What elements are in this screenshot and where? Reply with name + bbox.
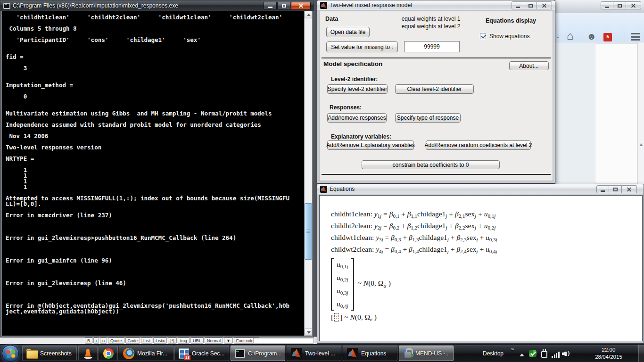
- clock-time: 22:00: [602, 346, 616, 354]
- specify-response-type-button[interactable]: Specify type of response: [395, 113, 461, 123]
- volume-icon[interactable]: [562, 350, 570, 357]
- download-icon[interactable]: ↓: [556, 32, 560, 40]
- taskbar-clock[interactable]: 22:00 28/04/2015: [584, 345, 634, 362]
- home-icon[interactable]: ⌂: [567, 29, 574, 42]
- add-remove-explanatory-button[interactable]: Add/Remove Explanatory variables: [327, 140, 414, 150]
- safely-remove-hardware-icon[interactable]: [541, 351, 547, 358]
- desktop: ↓ ⌂ ☻ * BiuQuoteCodeListList=[*]ImgURLNo…: [0, 0, 644, 362]
- hamburger-menu-icon[interactable]: [631, 33, 640, 41]
- close-button[interactable]: [626, 1, 641, 9]
- editor-button-url[interactable]: URL: [190, 337, 204, 344]
- taskbar-button-mend-us[interactable]: MEND-US -...: [399, 346, 454, 361]
- console-output: 'childht1clean' 'childht2clean' 'childwt…: [2, 11, 304, 336]
- sync-tray-icon[interactable]: [529, 350, 537, 357]
- clear-level2-button[interactable]: Clear level-2 identifier: [395, 84, 474, 94]
- editor-button-img[interactable]: Img: [178, 337, 190, 344]
- forum-editor-strip: BiuQuoteCodeListList=[*]ImgURLNormal▼Fon…: [0, 337, 317, 344]
- console-window: C:\Program Files (x86)\Realcom\Imputatio…: [0, 0, 314, 337]
- firefox-titlebar: [555, 0, 644, 13]
- equation-line: childht1clean: y1j = β0,1 + β1,1childage…: [331, 208, 497, 220]
- constrain-beta-button[interactable]: constrain beta coefficients to 0: [362, 160, 500, 169]
- toolbar-separator: [625, 31, 625, 43]
- editor-button--[interactable]: ▼: [224, 337, 233, 344]
- notification-badge: 13: [184, 355, 190, 360]
- scroll-down-button[interactable]: [305, 328, 312, 336]
- console-title: C:\Program Files (x86)\Realcom\Imputatio…: [13, 2, 261, 9]
- toolbar-chevron-icon[interactable]: »: [511, 346, 514, 352]
- taskbar-button-vlc[interactable]: [78, 346, 98, 361]
- dialog-body: Data equal weights at level 1 equal weig…: [319, 11, 553, 181]
- firefox-toolbar: ↓ ⌂ ☻ *: [555, 13, 644, 42]
- editor-button-i[interactable]: i: [93, 337, 99, 344]
- editor-button-code[interactable]: Code: [125, 337, 140, 344]
- model-specification-heading: Model specification: [323, 60, 382, 67]
- editor-text-field[interactable]: [253, 338, 314, 344]
- specify-level2-button[interactable]: Specify level-2 identifier: [327, 84, 388, 94]
- add-remove-responses-button[interactable]: Add/remove responses: [327, 113, 387, 123]
- editor-button-u[interactable]: u: [100, 337, 107, 344]
- oracle-grid-icon: 13: [179, 348, 189, 359]
- show-equations-checkbox[interactable]: [480, 33, 486, 39]
- editor-button-normal[interactable]: Normal: [205, 337, 223, 344]
- show-desktop-button[interactable]: [638, 345, 644, 362]
- section-divider: [322, 174, 551, 175]
- equations-window-controls: [596, 185, 637, 193]
- open-data-file-button[interactable]: Open data file: [326, 27, 370, 37]
- start-button[interactable]: [2, 345, 19, 362]
- taskbar-button-two-level[interactable]: Two-level ...: [287, 346, 341, 361]
- minimize-button[interactable]: [601, 1, 613, 9]
- chat-smiley-icon[interactable]: ☻: [586, 31, 596, 42]
- taskbar-button-firefox[interactable]: Mozilla Fir...: [119, 346, 173, 361]
- equations-content: childht1clean: y1j = β0,1 + β1,1childage…: [331, 208, 497, 324]
- residual-distribution: [:] ~ N(0, Ωe ): [331, 311, 497, 324]
- equation-line: childht2clean: y2j = β0,2 + β1,2childage…: [331, 220, 497, 231]
- restore-button[interactable]: [613, 1, 626, 9]
- taskbar-button-console[interactable]: C:\Program...: [231, 346, 285, 361]
- model-dialog-window: Two-level mixed response model Data equa…: [317, 0, 555, 183]
- taskbar-button-chrome[interactable]: [99, 346, 118, 361]
- editor-button-list-[interactable]: List=: [153, 337, 167, 344]
- taskbar-button-equations[interactable]: Equations: [343, 346, 397, 361]
- missing-value-input[interactable]: [404, 41, 460, 52]
- minimize-button[interactable]: [512, 1, 524, 9]
- page-scrollbar[interactable]: [637, 42, 644, 184]
- editor-button-b[interactable]: B: [85, 337, 92, 344]
- scroll-up-button[interactable]: [305, 11, 312, 18]
- firefox-window-controls: [601, 1, 641, 9]
- equations-window: Equations childht1clean: y1j = β0,1 + β1…: [317, 184, 644, 343]
- lastpass-icon[interactable]: *: [603, 33, 612, 41]
- restore-button[interactable]: [609, 185, 622, 193]
- chrome-icon: [103, 348, 114, 359]
- set-missing-value-button[interactable]: Set value for missing to :: [326, 41, 398, 52]
- taskbar-button-oracle[interactable]: 13 Oracle Sec...: [174, 346, 229, 361]
- scrollbar-thumb[interactable]: [305, 203, 312, 260]
- maximize-button[interactable]: [277, 2, 290, 10]
- windows-logo-icon: [7, 350, 16, 358]
- add-remove-random-coefficients-button[interactable]: Add/Remove random coefficients at level …: [426, 140, 531, 150]
- scroll-up-icon[interactable]: [639, 143, 643, 146]
- equation-line: childwt2clean: y4j = β0,4 + β1,4childage…: [331, 243, 497, 255]
- equations-titlebar[interactable]: Equations: [317, 184, 644, 194]
- desktop-toolbar[interactable]: Desktop: [481, 345, 505, 362]
- show-equations-label: Show equations: [489, 33, 529, 40]
- restore-button[interactable]: [524, 1, 537, 9]
- console-titlebar[interactable]: C:\Program Files (x86)\Realcom\Imputatio…: [0, 0, 314, 11]
- taskbar-button-screenshots[interactable]: Screenshots: [22, 346, 77, 361]
- minimize-button[interactable]: [596, 185, 609, 193]
- editor-button-list[interactable]: List: [141, 337, 152, 344]
- console-text: 'childht1clean' 'childht2clean' 'childwt…: [2, 11, 304, 314]
- firefox-icon: [123, 348, 134, 359]
- close-button[interactable]: [291, 2, 311, 10]
- minimize-button[interactable]: [264, 2, 277, 10]
- console-icon: [235, 349, 245, 358]
- network-signal-icon[interactable]: [552, 351, 560, 358]
- taskbar: Screenshots Mozilla Fir... 13 Oracle Sec…: [0, 344, 644, 362]
- editor-button--[interactable]: [*]: [168, 337, 177, 344]
- close-button[interactable]: [537, 1, 552, 9]
- desktop-label: Desktop: [483, 350, 504, 357]
- close-button[interactable]: [622, 185, 637, 193]
- console-scrollbar[interactable]: [304, 11, 312, 336]
- show-hidden-icons-button[interactable]: [520, 354, 524, 356]
- about-button[interactable]: About...: [509, 61, 549, 70]
- editor-button-quote[interactable]: Quote: [108, 337, 124, 344]
